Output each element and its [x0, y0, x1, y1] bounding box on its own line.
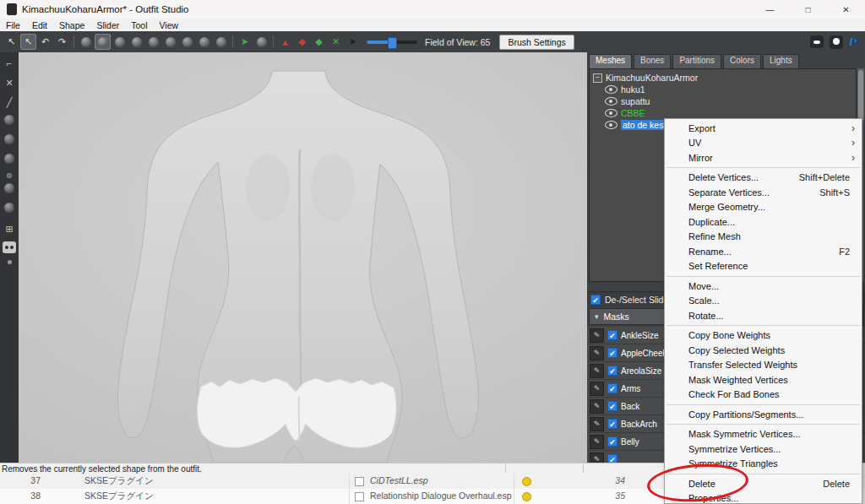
slider-checkbox[interactable]: ✔ — [607, 383, 617, 393]
edit-slider-icon[interactable]: ✎ — [590, 364, 604, 378]
tree-item-huku1[interactable]: huku1 — [605, 84, 856, 95]
smooth-brush-icon[interactable] — [145, 34, 161, 50]
slider-checkbox[interactable]: ✔ — [607, 419, 617, 429]
menu-file[interactable]: File — [0, 20, 26, 30]
grid-tool-icon[interactable]: ⊞ — [3, 222, 16, 236]
menu-item-scale[interactable]: Scale... — [665, 294, 862, 309]
visibility-eye-icon[interactable] — [605, 109, 617, 117]
mask-brush-icon[interactable] — [78, 34, 94, 50]
minimize-button[interactable]: — — [751, 0, 789, 19]
tab-colors[interactable]: Colors — [723, 54, 761, 68]
maximize-button[interactable]: □ — [789, 0, 827, 19]
edit-slider-icon[interactable]: ✎ — [590, 328, 604, 343]
menu-view[interactable]: View — [154, 20, 185, 30]
menu-item-move[interactable]: Move... — [665, 279, 862, 294]
alpha-brush-icon[interactable] — [213, 34, 229, 50]
bone-scale-down-icon[interactable]: ◆ — [294, 34, 310, 50]
slider-checkbox[interactable]: ✔ — [607, 454, 617, 463]
undiff-brush-icon[interactable] — [162, 34, 178, 50]
menu-shape[interactable]: Shape — [53, 20, 90, 30]
discord-icon[interactable] — [810, 35, 824, 48]
edit-slider-icon[interactable]: ✎ — [590, 382, 604, 396]
tool-circle-icon[interactable] — [4, 203, 14, 213]
bone-scale-up-icon[interactable]: ◆ — [311, 34, 327, 50]
menu-item-delete-vertices[interactable]: Delete Vertices... Shift+Delete — [665, 171, 862, 186]
brush-stroke-icon[interactable]: ╱ — [3, 95, 16, 109]
tree-item-cbbe[interactable]: CBBE — [605, 107, 856, 119]
slider-checkbox[interactable]: ✔ — [607, 348, 617, 358]
select-pointer-icon[interactable]: ↖ — [3, 34, 19, 50]
menu-item-copy-bone-weights[interactable]: Copy Bone Weights — [665, 328, 862, 344]
transform-pointer-icon[interactable]: ↖ — [20, 34, 36, 50]
menu-item-mask-weighted-vertices[interactable]: Mask Weighted Vertices — [665, 372, 862, 387]
menu-item-mask-symmetric-vertices[interactable]: Mask Symmetric Vertices... — [665, 427, 862, 442]
inflate-brush-icon[interactable] — [95, 34, 111, 50]
menu-item-export[interactable]: Export › — [665, 121, 862, 136]
deflate-brush-icon[interactable] — [112, 34, 128, 50]
menu-slider[interactable]: Slider — [90, 20, 125, 30]
tool-circle-icon[interactable] — [4, 134, 14, 144]
menu-item-check-for-bad-bones[interactable]: Check For Bad Bones — [665, 387, 862, 403]
menu-item-transfer-selected-weights[interactable]: Transfer Selected Weights — [665, 358, 862, 373]
delete-vertices-icon[interactable]: ✕ — [328, 34, 344, 50]
collapse-icon[interactable]: − — [593, 73, 602, 83]
redo-icon[interactable]: ↷ — [54, 34, 70, 50]
slider-checkbox[interactable]: ✔ — [607, 330, 617, 340]
tree-root[interactable]: − KimachuuKoharuArmor — [593, 72, 856, 84]
menu-item-rotate[interactable]: Rotate... — [665, 308, 862, 323]
weight-brush-icon[interactable] — [179, 34, 195, 50]
github-icon[interactable] — [830, 35, 843, 49]
tab-bones[interactable]: Bones — [634, 54, 671, 68]
field-of-view-handle[interactable] — [388, 37, 397, 49]
menu-item-refine-mesh[interactable]: Refine Mesh — [665, 230, 862, 245]
cross-tool-icon[interactable]: ✕ — [3, 76, 16, 89]
edit-slider-icon[interactable]: ✎ — [590, 417, 604, 431]
visibility-eye-icon[interactable] — [605, 85, 617, 94]
field-of-view-slider[interactable] — [367, 41, 417, 44]
paypal-icon[interactable]: P P — [850, 35, 858, 48]
menu-item-copy-selected-weights[interactable]: Copy Selected Weights — [665, 343, 862, 358]
slider-checkbox[interactable]: ✔ — [607, 366, 617, 376]
visibility-eye-icon[interactable] — [605, 97, 617, 106]
slider-checkbox[interactable]: ✔ — [607, 401, 617, 411]
move-brush-icon[interactable] — [128, 34, 144, 50]
menu-item-symmetrize-vertices[interactable]: Symmetrize Vertices... — [665, 442, 862, 457]
menu-item-rename[interactable]: Rename... F2 — [665, 244, 862, 259]
tree-item-supattu[interactable]: supattu — [605, 95, 856, 107]
deselect-sliders-checkbox[interactable]: ✔ — [590, 295, 601, 305]
edit-slider-icon[interactable]: ✎ — [590, 346, 604, 360]
tool-circle-icon[interactable] — [4, 115, 14, 125]
menu-item-duplicate[interactable]: Duplicate... — [665, 214, 862, 230]
pose-arrow-icon[interactable]: ➤ — [237, 34, 253, 50]
vertex-edit-icon[interactable]: ▲ — [277, 34, 293, 50]
menu-item-merge-geometry[interactable]: Merge Geometry... — [665, 200, 862, 215]
tab-meshes[interactable]: Meshes — [589, 54, 632, 68]
edit-slider-icon[interactable]: ✎ — [590, 453, 604, 463]
brush-settings-button[interactable]: Brush Settings — [499, 35, 574, 50]
active-tool-icon[interactable] — [7, 173, 12, 178]
tab-partitions[interactable]: Partitions — [672, 54, 721, 68]
undo-icon[interactable]: ↶ — [37, 34, 53, 50]
plugin-checkbox[interactable] — [355, 492, 364, 501]
two-dot-tool-icon[interactable] — [3, 241, 16, 253]
close-button[interactable]: ✕ — [827, 0, 865, 19]
tool-circle-icon[interactable] — [4, 154, 14, 164]
menu-edit[interactable]: Edit — [26, 20, 53, 30]
tab-lights[interactable]: Lights — [763, 54, 799, 68]
color-brush-icon[interactable] — [196, 34, 212, 50]
slider-checkbox[interactable]: ✔ — [607, 436, 617, 447]
menu-item-mirror[interactable]: Mirror › — [665, 150, 862, 165]
angle-tool-icon[interactable]: ⌐ — [3, 57, 16, 70]
edit-slider-icon[interactable]: ✎ — [590, 399, 604, 414]
collision-brush-icon[interactable] — [253, 34, 269, 50]
menu-item-uv[interactable]: UV › — [665, 136, 862, 151]
dot-tool-icon[interactable] — [8, 260, 12, 264]
menu-item-set-reference[interactable]: Set Reference — [665, 259, 862, 274]
menu-item-copy-partitions-segments[interactable]: Copy Partitions/Segments... — [665, 407, 862, 422]
plugin-checkbox[interactable] — [355, 477, 364, 486]
menu-item-separate-vertices[interactable]: Separate Vertices... Shift+S — [665, 185, 862, 200]
viewport-3d[interactable] — [19, 52, 587, 463]
tool-circle-icon[interactable] — [4, 183, 14, 193]
visibility-eye-icon[interactable] — [605, 121, 617, 129]
edit-slider-icon[interactable]: ✎ — [590, 435, 604, 449]
